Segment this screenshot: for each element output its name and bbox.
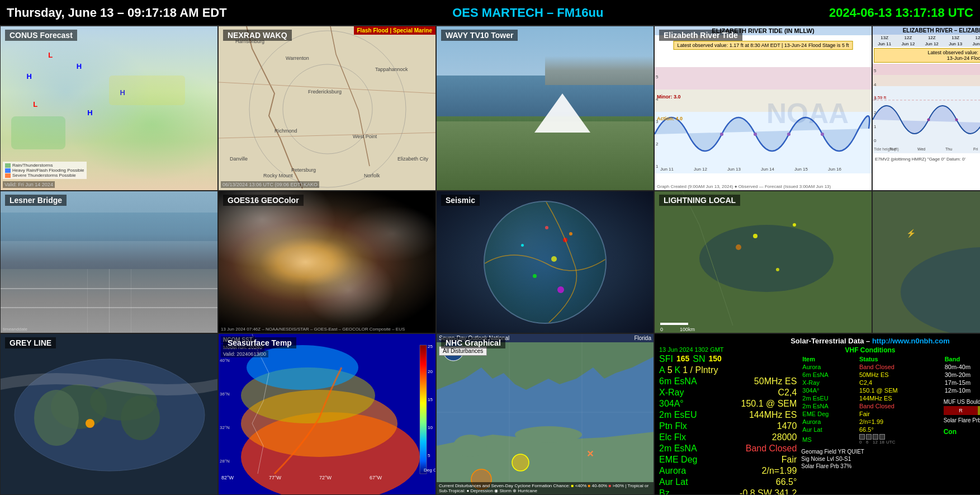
vhf-row-2meu: 2m EsEU 144MHz ES <box>801 394 939 402</box>
svg-rect-17 <box>655 67 872 89</box>
vhf-item-eme: EME Deg <box>801 410 858 418</box>
svg-text:Warrenton: Warrenton <box>286 55 309 61</box>
svg-text:Norfolk: Norfolk <box>364 173 380 178</box>
tide-chart-area: Latest observed value: 1.17 ft at 8:30 A… <box>655 35 872 190</box>
solar-2mna-row: 2m EsNA Band Closed <box>659 444 797 454</box>
goes-bg: 13 Jun 2024 07:46Z – NOAA/NESDIS/STAR – … <box>219 191 435 333</box>
svg-text:40°N: 40°N <box>220 358 230 363</box>
vhf-header: VHF Conditions <box>801 346 939 354</box>
solar-flare: Solar Flare Prb 37% <box>801 463 939 469</box>
svg-text:NOAA: NOAA <box>766 98 849 129</box>
solar-flare-prb: Solar Flare Prb 37% <box>944 417 980 423</box>
svg-point-38 <box>927 119 930 121</box>
svg-text:0: 0 <box>660 327 663 332</box>
solar-elc-label: Elc Flx <box>659 432 686 442</box>
ms-18 <box>879 434 885 440</box>
svg-text:4: 4 <box>874 82 877 87</box>
lightning-right-svg: ⚡ ⚡ ⚡ <box>873 191 980 333</box>
wavy-cam <box>437 26 654 190</box>
solar-304a-label: 304A° <box>659 399 684 409</box>
solar-data-grid: 13 Jun 2024 1302 GMT SFI 165 SN 150 A 5 … <box>659 346 980 495</box>
main-grid: H H H L L H Rain/Thunderstorms Heavy Rai… <box>0 26 980 495</box>
solar-title: Solar-Terrestrial Data – http://www.n0nb… <box>659 337 980 345</box>
hf-band-80: 80m-40m <box>944 363 980 371</box>
vhf-table-body: Aurora Band Closed 6m EsNA 50MHz ES X-Ra… <box>801 363 939 445</box>
flash-flood-bar: Flash Flood | Special Marine <box>354 26 436 35</box>
tide-panel: ELIZABETH RIVER TIDE (IN MLLW) Latest ob… <box>654 26 872 191</box>
solar-aurora-val: 2/n=1.99 <box>762 466 797 476</box>
muf-section: MUF US Boulder NORpt R Y G B <box>944 399 980 416</box>
lesner-watermark: timeanddate <box>3 327 27 332</box>
svg-text:5: 5 <box>428 453 430 458</box>
solar-2meu-label: 2m EsEU <box>659 410 697 420</box>
wavy-panel: WAVY TV10 Tower <box>436 26 654 191</box>
svg-text:36°N: 36°N <box>220 392 230 397</box>
lightning-label: LIGHTNING LOCAL <box>659 195 740 206</box>
tide-right-header: ELIZABETH RIVER – ELIZABETH RIVER TIDAL … <box>873 26 980 35</box>
solar-eme-row: EME Deg Fair <box>659 455 797 465</box>
svg-text:1: 1 <box>656 164 659 169</box>
nhc-panel: ✕ NOAA Seven-Day Outlook National Florid… <box>436 333 654 495</box>
solar-bz-val: -0.8 SW 341.2 <box>740 488 797 495</box>
solar-sn-val: 150 <box>708 354 721 364</box>
tide-panel-right: ELIZABETH RIVER – ELIZABETH RIVER TIDAL … <box>872 26 980 191</box>
svg-text:Rocky Mount: Rocky Mount <box>263 173 293 178</box>
solar-6m-val: 50MHz ES <box>754 376 797 386</box>
tide-action: Action: 4.0 <box>657 116 683 121</box>
svg-text:77°W: 77°W <box>269 475 282 480</box>
ms-12 <box>873 434 878 440</box>
vhf-item-aurlat: Aur Lat <box>801 426 858 433</box>
nhc-svg: ✕ NOAA <box>437 334 654 494</box>
solar-xray-val: C2,4 <box>778 388 797 398</box>
svg-text:15: 15 <box>428 397 433 402</box>
high-pressure-h2: H <box>77 62 82 70</box>
svg-text:Thu: Thu <box>945 147 952 151</box>
svg-point-64 <box>753 234 758 238</box>
solar-sfi-label: SFI <box>659 354 673 364</box>
svg-text:Petersburg: Petersburg <box>291 167 316 173</box>
svg-rect-36 <box>873 64 980 75</box>
muf-us-label: MUF US Boulder NORpt <box>944 399 980 405</box>
water-reflection <box>1 213 217 241</box>
nexrad-panel: Harrisonburg Warrenton Fredericksburg Ta… <box>218 26 436 191</box>
solar-url: http://www.n0nbh.com <box>872 337 950 345</box>
svg-point-66 <box>736 244 741 250</box>
svg-text:Jun 13: Jun 13 <box>727 167 741 172</box>
lesner-panel: Lesner Bridge timeanddate <box>0 191 218 333</box>
svg-rect-0 <box>219 26 435 190</box>
vhf-status-aurora: Band Closed <box>858 363 939 371</box>
muf-bar: R Y G B <box>944 406 980 415</box>
sst-bg: 25 20 15 10 5 Deg C 82°W 77°W 72°W 67°W … <box>219 334 435 494</box>
svg-text:Tappahannock: Tappahannock <box>375 67 408 72</box>
svg-rect-37 <box>873 75 980 86</box>
nhc-bg: ✕ NOAA Seven-Day Outlook National Florid… <box>437 334 654 494</box>
goes-label: GOES16 GEOColor <box>223 195 304 206</box>
vhf-row-xray: X-Ray C2,4 <box>801 379 939 386</box>
ms-6 <box>866 434 872 440</box>
vhf-status-aurora2: 2/n=1.99 <box>858 418 939 426</box>
grey-label: GREY LINE <box>5 337 56 348</box>
con-text: Con <box>944 428 980 436</box>
solar-aurlat-row: Aur Lat 66.5° <box>659 477 797 487</box>
vhf-row-eme: EME Deg Fair <box>801 410 939 418</box>
svg-text:Richmond: Richmond <box>274 128 297 134</box>
solar-eme-val: Fair <box>782 455 797 465</box>
tide-right-info: Latest observed value: 1.17 ft at 8:30 A… <box>874 48 980 63</box>
solar-2meu-val: 144MHz ES <box>749 410 797 420</box>
vhf-row-6m: 6m EsNA 50MHz ES <box>801 371 939 379</box>
seismic-label: Seismic <box>441 195 480 206</box>
svg-text:82°W: 82°W <box>221 475 234 480</box>
svg-text:0: 0 <box>874 138 877 143</box>
hf-row-17m: 17m-15m Good Good <box>944 379 980 386</box>
globe <box>484 201 607 324</box>
lightning-panel-right: ⚡ ⚡ ⚡ <box>872 191 980 333</box>
svg-rect-68 <box>660 323 688 325</box>
solar-hf-col: HF Conditions Band Day Night 80m-40m <box>944 346 980 495</box>
station-id: OES MARTECH – FM16uu <box>452 6 603 20</box>
conus-label: CONUS Forecast <box>5 30 77 41</box>
svg-text:2: 2 <box>874 110 877 115</box>
sst-svg: 25 20 15 10 5 Deg C 82°W 77°W 72°W 67°W … <box>219 334 435 494</box>
ms-bar <box>859 434 938 440</box>
solar-6m-row: 6m EsNA 50MHz ES <box>659 376 797 386</box>
seismic-bg <box>437 191 654 333</box>
